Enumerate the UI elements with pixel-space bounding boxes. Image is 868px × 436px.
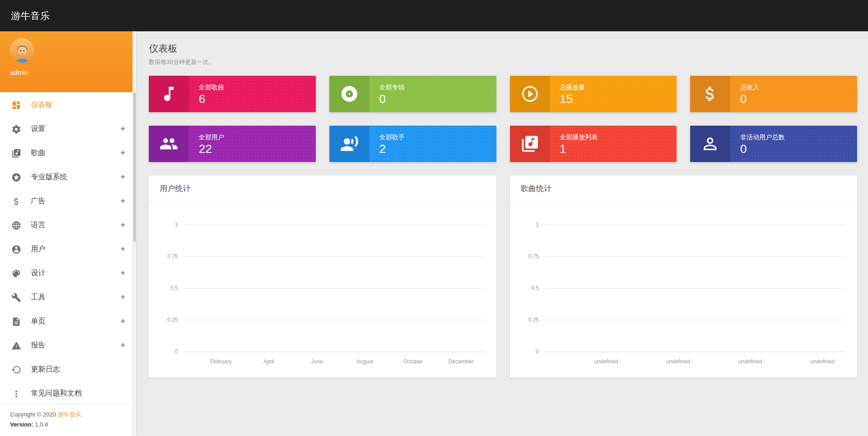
sidebar-item-ads[interactable]: 广告 + [0, 189, 136, 213]
sidebar-item-label: 专业版系统 [31, 172, 120, 182]
expand-plus-icon[interactable]: + [120, 269, 125, 278]
music-note-icon [149, 76, 189, 112]
sidebar-item-songs[interactable]: 歌曲 + [0, 141, 136, 165]
sidebar: admin 仪表板 设置 + 歌曲 + 专业版系统 + 广告 + [0, 31, 136, 436]
dollar-icon [690, 76, 730, 112]
y-tick: 1 [536, 221, 539, 228]
playlist-icon [510, 126, 550, 162]
stat-card-total-albums[interactable]: 全部专辑 0 [329, 76, 496, 112]
sidebar-item-label: 用户 [31, 245, 120, 254]
page-subtitle: 数据每30分钟更新一次。 [149, 58, 857, 66]
sidebar-item-faq-docs[interactable]: 常见问题和文档 [0, 382, 136, 406]
sidebar-item-changelog[interactable]: 更新日志 [0, 358, 136, 382]
x-axis-label: December [448, 358, 473, 365]
sidebar-item-reports[interactable]: 报告 + [0, 333, 136, 358]
stat-card-body: 全部播放列表 1 [550, 126, 598, 162]
x-axis-label: undefined [594, 358, 618, 365]
chart-title: 用户统计 [149, 176, 496, 202]
expand-plus-icon[interactable]: + [120, 341, 125, 350]
stat-label: 全部用户 [199, 133, 224, 142]
page-title: 仪表板 [149, 42, 857, 55]
sidebar-item-label: 常见问题和文档 [31, 389, 125, 398]
stat-card-total-playlists[interactable]: 全部播放列表 1 [510, 126, 677, 162]
chart-title: 歌曲统计 [510, 176, 858, 202]
stat-card-total-songs[interactable]: 全部歌曲 6 [149, 76, 316, 112]
sidebar-item-label: 更新日志 [31, 365, 125, 374]
stat-label: 非活动用户总数 [740, 133, 785, 142]
x-axis-label: undefined [810, 358, 834, 365]
stat-value: 0 [740, 143, 785, 155]
song-stats-plot: 1 0.75 0.5 0.25 0 undefined undefined un… [545, 225, 846, 352]
stat-value: 6 [199, 93, 224, 105]
stat-label: 全部播放列表 [560, 133, 598, 142]
sidebar-item-label: 单页 [31, 317, 120, 326]
song-stats-chart-card: 歌曲统计 1 0.75 0.5 0.25 0 undefined undefin… [510, 176, 858, 377]
sidebar-scrollbar[interactable] [132, 31, 136, 436]
expand-plus-icon[interactable]: + [120, 148, 125, 158]
sidebar-item-tools[interactable]: 工具 + [0, 285, 136, 309]
stat-card-total-singers[interactable]: 全部歌手 2 [329, 126, 496, 162]
stat-value: 0 [379, 93, 405, 105]
sidebar-item-users[interactable]: 用户 + [0, 237, 136, 261]
version-value: 1.0.4 [35, 421, 48, 428]
stat-card-body: 全部专辑 0 [369, 76, 405, 112]
x-axis-label: October [403, 358, 423, 365]
sidebar-item-label: 语言 [31, 220, 120, 230]
album-disc-icon [329, 76, 369, 112]
stat-card-total-income[interactable]: 总收入 0 [690, 76, 857, 112]
x-axis-label: February [210, 358, 232, 365]
x-axis-label: undefined [666, 358, 690, 365]
play-circle-icon [510, 76, 550, 112]
y-tick: 0.75 [528, 253, 539, 260]
stat-value: 2 [379, 143, 405, 155]
stat-label: 全部歌手 [379, 133, 405, 142]
sidebar-item-pro-system[interactable]: 专业版系统 + [0, 165, 136, 189]
expand-plus-icon[interactable]: + [120, 220, 125, 230]
more-vert-icon [11, 388, 22, 399]
avatar[interactable] [10, 38, 34, 63]
expand-plus-icon[interactable]: + [120, 293, 125, 302]
y-tick: 0.25 [528, 317, 539, 323]
palette-icon [11, 268, 22, 279]
sidebar-scrollbar-thumb[interactable] [133, 92, 136, 242]
stat-card-total-users[interactable]: 全部用户 22 [149, 126, 316, 162]
expand-plus-icon[interactable]: + [120, 245, 125, 254]
star-circle-icon [11, 172, 22, 183]
sidebar-item-label: 设计 [31, 269, 120, 278]
expand-plus-icon[interactable]: + [120, 317, 125, 326]
stat-value: 15 [560, 93, 585, 105]
wrench-icon [11, 292, 22, 303]
stat-card-body: 总播放量 15 [550, 76, 585, 112]
sidebar-item-pages[interactable]: 单页 + [0, 309, 136, 333]
stat-card-body: 全部用户 22 [189, 126, 224, 162]
singer-voice-icon [329, 126, 369, 162]
stat-card-body: 全部歌手 2 [369, 126, 405, 162]
expand-plus-icon[interactable]: + [120, 172, 125, 182]
stat-value: 1 [560, 143, 598, 155]
y-tick: 0 [175, 348, 178, 355]
page-icon [11, 316, 22, 327]
y-tick: 0 [536, 348, 539, 355]
sidebar-item-language[interactable]: 语言 + [0, 213, 136, 237]
y-tick: 1 [175, 221, 178, 228]
brand-link[interactable]: 游牛音乐 [58, 411, 81, 418]
expand-plus-icon[interactable]: + [120, 196, 125, 206]
globe-icon [11, 220, 22, 231]
charts-row: 用户统计 1 0.75 0.5 0.25 0 February April Ju… [149, 176, 857, 377]
expand-plus-icon[interactable]: + [120, 124, 125, 134]
sidebar-item-dashboard[interactable]: 仪表板 [0, 93, 136, 117]
stat-card-total-plays[interactable]: 总播放量 15 [510, 76, 677, 112]
dashboard-icon [11, 100, 22, 111]
top-navbar: 游牛音乐 [0, 0, 868, 31]
stat-label: 总收入 [740, 83, 759, 92]
sidebar-footer: Copyright © 2020 游牛音乐. Version: 1.0.4 [0, 404, 132, 436]
sidebar-item-label: 歌曲 [31, 148, 120, 158]
stat-value: 22 [199, 143, 224, 155]
user-panel: admin [0, 31, 136, 92]
sidebar-item-settings[interactable]: 设置 + [0, 117, 136, 141]
stat-card-inactive-users[interactable]: 非活动用户总数 0 [690, 126, 857, 162]
sidebar-menu: 仪表板 设置 + 歌曲 + 专业版系统 + 广告 + 语言 + [0, 92, 136, 406]
y-tick: 0.75 [167, 253, 178, 260]
app-title: 游牛音乐 [11, 10, 50, 22]
sidebar-item-design[interactable]: 设计 + [0, 261, 136, 285]
